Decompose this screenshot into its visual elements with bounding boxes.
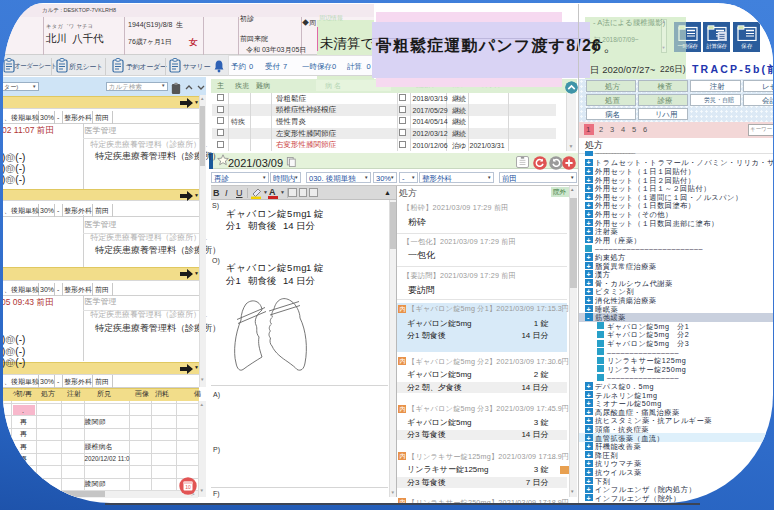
svg-text:10: 10 [185,484,191,490]
